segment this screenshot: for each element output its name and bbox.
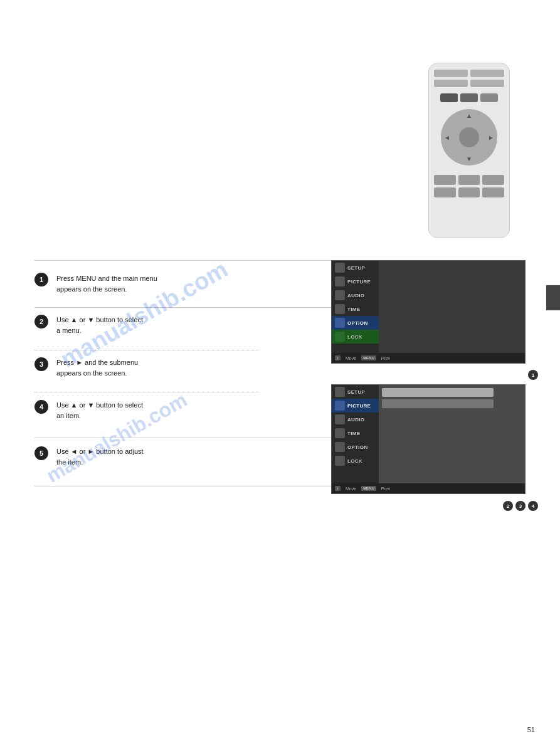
remote-btn-round-1 xyxy=(434,175,456,185)
menu-item-picture: PICTURE xyxy=(332,275,379,288)
step-2-bullet: 2 xyxy=(34,315,48,328)
menu-icon-time xyxy=(335,304,345,314)
move-label-2: Move xyxy=(346,486,356,491)
remote-btn-4 xyxy=(470,80,504,87)
menu-icon-picture-2 xyxy=(335,401,345,411)
menu-item-option-2: OPTION xyxy=(332,440,379,454)
prev-label-1: Prev xyxy=(381,356,390,360)
dpad-up-arrow: ▲ xyxy=(466,112,472,119)
remote-top-buttons xyxy=(434,70,504,87)
dpad: ▲ ▼ ◄ ► xyxy=(441,109,497,165)
menu-label-picture-2: PICTURE xyxy=(347,403,371,409)
menu-screenshot-1: SETUP PICTURE AUDIO TIME OPTION LOCK ↕ M… xyxy=(331,260,526,364)
dpad-right-arrow: ► xyxy=(488,134,494,141)
remote-control-image: ▲ ▼ ◄ ► xyxy=(428,63,510,238)
menu-item-option: OPTION xyxy=(332,316,379,330)
move-label-1: Move xyxy=(346,356,356,360)
prev-key-2: MENU xyxy=(361,486,376,491)
remote-btn-round-6 xyxy=(482,187,504,197)
menu-item-audio: AUDIO xyxy=(332,288,379,302)
dpad-left-arrow: ◄ xyxy=(444,134,450,141)
menu-label-time: TIME xyxy=(347,307,360,312)
menu-icon-audio xyxy=(335,290,345,300)
menu-label-option-2: OPTION xyxy=(347,444,367,450)
menu-icon-setup xyxy=(335,263,345,273)
step-3-bullet: 3 xyxy=(34,357,48,371)
menu-label-audio: AUDIO xyxy=(347,293,364,298)
step-circle-4: 4 xyxy=(528,501,538,511)
menu-left-panel-1: SETUP PICTURE AUDIO TIME OPTION LOCK xyxy=(332,261,379,363)
menu-item-audio-2: AUDIO xyxy=(332,412,379,426)
remote-btn-2 xyxy=(470,70,504,77)
dpad-down-arrow: ▼ xyxy=(466,155,472,162)
step-3-text: Press ► and the submenuappears on the sc… xyxy=(56,357,138,378)
step-5-bullet: 5 xyxy=(34,446,48,460)
menu-item-picture-2: PICTURE xyxy=(332,399,379,412)
menu-item-setup: SETUP xyxy=(332,261,379,275)
remote-bottom-buttons xyxy=(434,175,504,197)
submenu-bar-2 xyxy=(382,399,494,408)
submenu-bar-1 xyxy=(382,388,494,397)
prev-label-2: Prev xyxy=(381,486,390,491)
menu-left-panel-2: SETUP PICTURE AUDIO TIME OPTION LOCK xyxy=(332,385,379,493)
remote-btn-round-3 xyxy=(482,175,504,185)
remote-btn-1 xyxy=(434,70,468,77)
remote-btn-med-1 xyxy=(440,93,458,102)
step-circles-row: 2 3 4 xyxy=(503,501,538,511)
move-key-1: ↕ xyxy=(335,355,341,360)
menu-icon-option-2 xyxy=(335,442,345,452)
menu-label-setup: SETUP xyxy=(347,265,365,271)
step-1-bullet: 1 xyxy=(34,273,48,286)
remote-btn-round-5 xyxy=(458,187,480,197)
page-number: 51 xyxy=(527,726,535,733)
prev-key-1: MENU xyxy=(361,355,376,360)
menu-item-lock-2: LOCK xyxy=(332,454,379,468)
menu-bottom-bar-2: ↕ Move MENU Prev xyxy=(332,483,525,493)
menu-icon-picture xyxy=(335,276,345,286)
step-5-text: Use ◄ or ► button to adjustthe item. xyxy=(56,446,144,467)
step-2-text: Use ▲ or ▼ button to selecta menu. xyxy=(56,315,143,335)
menu-right-submenu xyxy=(379,385,525,493)
menu-right-panel-1 xyxy=(379,261,525,363)
dpad-ring: ▲ ▼ ◄ ► xyxy=(441,109,497,165)
step-4-bullet: 4 xyxy=(34,400,48,414)
step-4-text: Use ▲ or ▼ button to selectan item. xyxy=(56,400,143,421)
menu-item-time: TIME xyxy=(332,302,379,316)
step-3-divider xyxy=(34,392,259,392)
step-circle-2: 2 xyxy=(503,501,513,511)
menu-label-picture: PICTURE xyxy=(347,279,371,285)
step-1-text: Press MENU and the main menuappears on t… xyxy=(56,273,157,294)
remote-btn-3 xyxy=(434,80,468,87)
menu-label-option: OPTION xyxy=(347,320,367,326)
menu-screenshot-2: SETUP PICTURE AUDIO TIME OPTION LOCK ↕ M… xyxy=(331,384,526,494)
move-key-2: ↕ xyxy=(335,486,341,491)
menu-label-time-2: TIME xyxy=(347,431,360,436)
menu-label-lock-2: LOCK xyxy=(347,458,362,464)
step-circle-1: 1 xyxy=(528,370,538,380)
remote-btn-round-4 xyxy=(434,187,456,197)
remote-btn-med-3 xyxy=(480,93,498,102)
remote-btn-row-1 xyxy=(434,93,504,102)
menu-item-setup-2: SETUP xyxy=(332,385,379,399)
menu-label-setup-2: SETUP xyxy=(347,389,365,395)
menu-item-lock: LOCK xyxy=(332,330,379,344)
menu-label-lock: LOCK xyxy=(347,334,362,340)
remote-body: ▲ ▼ ◄ ► xyxy=(428,63,510,238)
menu-icon-option xyxy=(335,318,345,328)
menu-icon-time-2 xyxy=(335,428,345,438)
remote-btn-round-2 xyxy=(458,175,480,185)
menu-icon-audio-2 xyxy=(335,414,345,424)
menu-item-time-2: TIME xyxy=(332,426,379,440)
menu-icon-setup-2 xyxy=(335,387,345,397)
dpad-center xyxy=(459,127,479,147)
remote-btn-med-2 xyxy=(460,93,478,102)
menu-bottom-bar-1: ↕ Move MENU Prev xyxy=(332,353,525,363)
menu-icon-lock-2 xyxy=(335,456,345,466)
menu-label-audio-2: AUDIO xyxy=(347,417,364,423)
step-2-divider xyxy=(34,350,259,350)
side-tab xyxy=(546,285,560,310)
menu-icon-lock xyxy=(335,332,345,342)
step-circle-3: 3 xyxy=(515,501,526,511)
